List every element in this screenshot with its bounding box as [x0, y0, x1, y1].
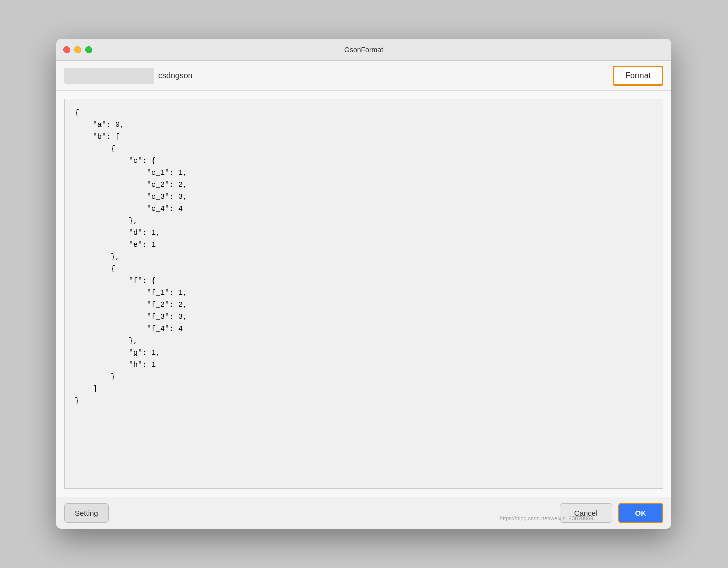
- toolbar-icon-placeholder: [64, 68, 154, 84]
- toolbar: csdngson Format: [56, 61, 672, 91]
- window-title: GsonFormat: [344, 46, 384, 54]
- main-window: GsonFormat csdngson Format { "a": 0, "b"…: [56, 39, 672, 529]
- footer-right: https://blog.csdn.net/weixin_43870069 Ca…: [560, 503, 664, 524]
- minimize-button[interactable]: [74, 46, 82, 54]
- close-button[interactable]: [64, 46, 70, 54]
- footer: Setting https://blog.csdn.net/weixin_438…: [56, 497, 672, 529]
- ok-button[interactable]: OK: [618, 503, 664, 524]
- json-display[interactable]: { "a": 0, "b": [ { "c": { "c_1": 1, "c_2…: [64, 99, 664, 489]
- toolbar-left: csdngson: [64, 68, 607, 84]
- watermark: https://blog.csdn.net/weixin_43870069: [500, 516, 594, 522]
- maximize-button[interactable]: [86, 46, 92, 54]
- content-area: { "a": 0, "b": [ { "c": { "c_1": 1, "c_2…: [56, 91, 672, 497]
- format-button[interactable]: Format: [613, 66, 664, 86]
- setting-button[interactable]: Setting: [64, 504, 109, 523]
- toolbar-label: csdngson: [158, 72, 193, 80]
- title-bar: GsonFormat: [56, 39, 672, 61]
- traffic-lights: [64, 46, 92, 54]
